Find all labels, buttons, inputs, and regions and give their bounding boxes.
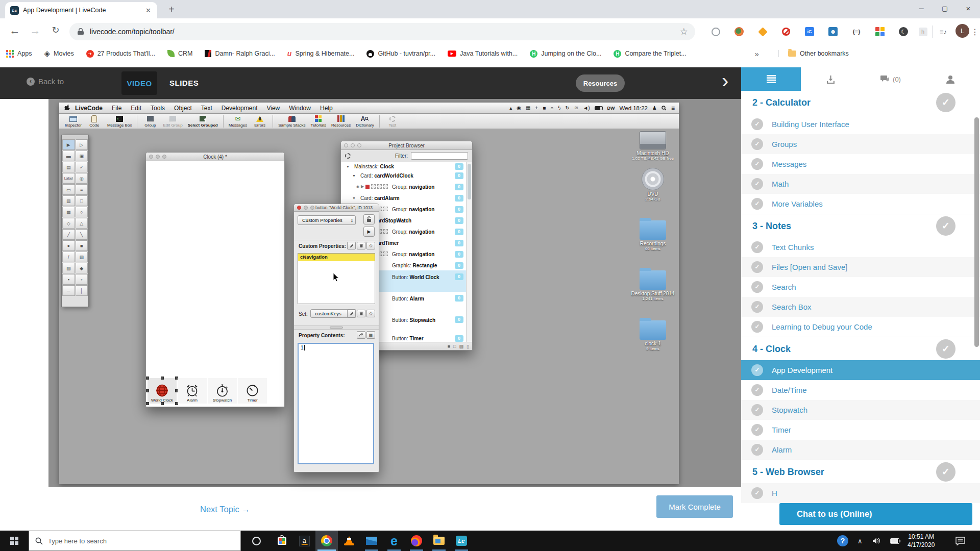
plus-status-icon[interactable]: + [535, 105, 538, 111]
taskbar-search[interactable]: Type here to search [29, 531, 241, 551]
notes-status-icon[interactable]: ■ [543, 105, 546, 111]
incognito-man-extension-icon[interactable]: ☻ [827, 26, 839, 38]
property-contents-textarea[interactable]: 1 [298, 343, 374, 464]
lesson-item[interactable]: ✓Search Box [741, 297, 980, 317]
toolbar-resources-button[interactable]: Resources [331, 115, 351, 128]
lesson-item[interactable]: ✓Text Chunks [741, 237, 980, 257]
wifi-status-icon[interactable]: ≋ [574, 105, 578, 111]
lesson-item[interactable]: ✓Building User Interface [741, 114, 980, 134]
vlc-button[interactable] [338, 531, 360, 551]
media-playlist-icon[interactable]: ≡♪ [937, 26, 949, 38]
h-extension-icon[interactable]: h [917, 26, 929, 38]
lesson-item[interactable]: ✓Stopwatch [741, 400, 980, 420]
lesson-item[interactable]: ✓More Variables [741, 194, 980, 214]
amazon-button[interactable]: a [293, 531, 315, 551]
browser-menu-icon[interactable]: ⋮ [969, 26, 980, 38]
delete-trash-button[interactable] [357, 242, 365, 249]
honey-extension-icon[interactable] [756, 26, 769, 38]
cortana-button[interactable] [245, 531, 267, 551]
desktop-icon-clock-1[interactable]: clock-1 9 items [627, 320, 679, 351]
bookmark-jumping-cloud[interactable]: HJumping on the Clo... [530, 50, 601, 58]
edit-pencil-button[interactable] [347, 242, 356, 249]
back-button[interactable]: ← [7, 24, 22, 37]
inspector-titlebar[interactable]: button "World Clock", ID 1013 [294, 204, 379, 212]
apply-play-button[interactable]: ▶ [363, 227, 375, 237]
darkreader-extension-icon[interactable]: ☾ [897, 26, 910, 38]
record-status-icon[interactable]: ◉ [517, 105, 521, 111]
battery-status-icon[interactable] [595, 106, 603, 110]
grid-view-button[interactable]: ▦ [366, 331, 375, 339]
footer-icon[interactable]: ■ [448, 344, 450, 349]
spotlight-search-icon[interactable] [662, 106, 667, 111]
bookmark-java-tutorials[interactable]: ▶Java Tutorials with... [448, 50, 518, 57]
selected-property-row[interactable]: cNavigation [298, 254, 375, 261]
next-topic-link[interactable]: Next Topic → [200, 505, 250, 514]
chrome-taskbar-button[interactable] [315, 531, 338, 551]
edit-pencil-button[interactable] [347, 310, 356, 317]
grammarly-extension-icon[interactable] [709, 26, 722, 38]
lesson-item[interactable]: ✓Groups [741, 134, 980, 154]
colorful-grid-extension-icon[interactable] [874, 26, 886, 38]
reload-button[interactable]: ↻ [48, 24, 63, 36]
lesson-item[interactable]: ✓Search [741, 277, 980, 297]
palette-titlebar[interactable] [62, 135, 88, 139]
bolt-status-icon[interactable]: ϟ [558, 105, 560, 111]
menu-text[interactable]: Text [197, 105, 217, 112]
tray-chevron-button[interactable]: ∧ [857, 531, 863, 551]
mail-button[interactable] [360, 531, 383, 551]
desktop-icon-desktop-stuff[interactable]: Desktop Stuff 2014 1,241 items [627, 270, 679, 301]
livecode-taskbar-button[interactable]: Lc [450, 531, 473, 551]
toolbar-tutorials-button[interactable]: Tutorials [311, 115, 326, 128]
menu-help[interactable]: Help [315, 105, 337, 112]
lesson-item[interactable]: ✓Timer [741, 420, 980, 440]
video-player[interactable]: LiveCode File Edit Tools Object Text Dev… [48, 99, 741, 487]
explorer-button[interactable] [428, 531, 450, 551]
tree-row-card[interactable]: ▼Card: cardWorldClock0 [341, 171, 466, 181]
desktop-icon-macintosh-hd[interactable]: Macintosh HD 1.02 TB, 48.42 GB free [627, 131, 679, 161]
window-traffic-lights[interactable] [344, 143, 361, 147]
back-to-link[interactable]: ‹Back to [27, 77, 64, 86]
edge-button[interactable]: e [383, 531, 405, 551]
window-traffic-lights[interactable] [297, 206, 314, 210]
blocker-extension-icon[interactable] [780, 26, 792, 38]
filter-input[interactable] [411, 152, 468, 160]
lesson-item[interactable]: ✓Alarm [741, 440, 980, 460]
window-maximize-button[interactable]: ▢ [933, 0, 957, 18]
desktop-icon-recordings[interactable]: Recordings 66 items [627, 220, 679, 251]
volume-button[interactable] [873, 531, 881, 551]
start-button[interactable] [4, 531, 24, 551]
clock-stack-window[interactable]: Clock (4) * World Clock [145, 152, 285, 407]
bookmark-damn-ralph[interactable]: Damn- Ralph Graci... [205, 50, 275, 57]
tab-lesson-list[interactable] [741, 67, 801, 91]
earth-extension-icon[interactable] [733, 26, 745, 38]
user-status-icon[interactable]: ♟ [652, 105, 657, 111]
menu-livecode[interactable]: LiveCode [70, 105, 107, 112]
menu-object[interactable]: Object [169, 105, 197, 112]
bookmark-movies[interactable]: ◈Movies [44, 49, 74, 58]
lesson-item[interactable]: ✓Math [741, 174, 980, 194]
dw-status-badge[interactable]: DW [607, 106, 615, 111]
drive-status-icon[interactable]: ▴ [509, 105, 512, 111]
menu-edit[interactable]: Edit [126, 105, 146, 112]
new-set-button[interactable]: ◇ [366, 310, 375, 317]
property-inspector-window[interactable]: button "World Clock", ID 1013 Custom Pro… [293, 204, 379, 472]
lesson-item[interactable]: ✓Date/Time [741, 380, 980, 400]
new-property-button[interactable]: ◇ [366, 242, 375, 249]
livecode-tools-palette[interactable]: ▶▷ ▬▣ ▤✓ Label◎ ▭≡ ▥□ ▦○ ◇△ ╱╲ ●■ /▧ ▨◆ [61, 135, 89, 307]
tab-slides[interactable]: SLIDES [169, 79, 199, 87]
toolbar-dictionary-button[interactable]: ADictionary [356, 115, 374, 128]
bookmark-github[interactable]: GitHub - tuvtran/pr... [366, 50, 435, 58]
desktop-icon-dvd[interactable]: DVD 2.64 GB [627, 168, 679, 202]
tab-comments[interactable]: (0) [861, 67, 920, 91]
other-bookmarks[interactable]: Other bookmarks [778, 50, 849, 57]
address-bar[interactable]: livecode.com/topic/toolbar/ ☆ [69, 23, 695, 40]
toolbar-messagebox-button[interactable]: >_Message Box [107, 115, 132, 128]
worldclock-button[interactable]: World Clock [148, 378, 177, 404]
ic-extension-icon[interactable]: iC [803, 26, 816, 38]
menu-development[interactable]: Development [217, 105, 262, 112]
toolbar-inspector-button[interactable]: Inspector [65, 115, 82, 128]
browser-tab[interactable]: Lc App Development | LiveCode ✕ [5, 2, 157, 18]
lesson-item[interactable]: ✓Messages [741, 154, 980, 174]
new-tab-button[interactable]: + [164, 3, 179, 17]
toolbar-samplestacks-button[interactable]: Sample Stacks [278, 115, 305, 128]
